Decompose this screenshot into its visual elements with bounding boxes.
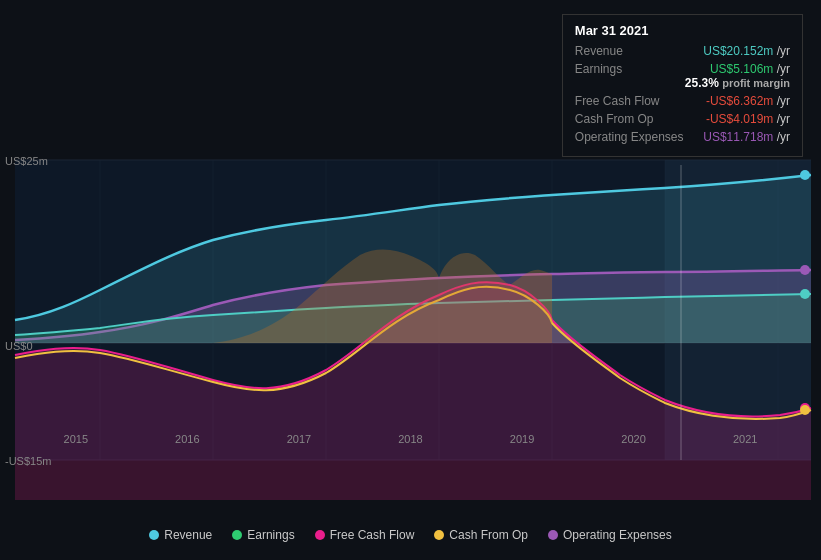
svg-point-15 [800, 289, 810, 299]
tooltip-row-earnings: Earnings US$5.106m /yr 25.3% profit marg… [575, 62, 790, 90]
x-label-2017: 2017 [287, 433, 311, 445]
tooltip-label-revenue: Revenue [575, 44, 675, 58]
tooltip-row-fcf: Free Cash Flow -US$6.362m /yr [575, 94, 790, 108]
legend-label-cashfromop: Cash From Op [449, 528, 528, 542]
tooltip-label-fcf: Free Cash Flow [575, 94, 675, 108]
legend-dot-opex [548, 530, 558, 540]
tooltip-margin: 25.3% profit margin [685, 76, 790, 90]
legend-label-fcf: Free Cash Flow [330, 528, 415, 542]
svg-point-17 [800, 405, 810, 415]
x-label-2019: 2019 [510, 433, 534, 445]
x-label-2015: 2015 [64, 433, 88, 445]
legend-item-earnings[interactable]: Earnings [232, 528, 294, 542]
chart-container: US$25m US$0 -US$15m Mar 31 2021 Revenue … [0, 0, 821, 510]
legend-dot-cashfromop [434, 530, 444, 540]
tooltip-value-cashfromop: -US$4.019m /yr [706, 112, 790, 126]
x-label-2021: 2021 [733, 433, 757, 445]
tooltip-box: Mar 31 2021 Revenue US$20.152m /yr Earni… [562, 14, 803, 157]
y-label-bottom: -US$15m [5, 455, 51, 467]
tooltip-label-opex: Operating Expenses [575, 130, 684, 144]
x-label-2018: 2018 [398, 433, 422, 445]
tooltip-label-cashfromop: Cash From Op [575, 112, 675, 126]
y-label-mid: US$0 [5, 340, 33, 352]
tooltip-row-opex: Operating Expenses US$11.718m /yr [575, 130, 790, 144]
tooltip-row-revenue: Revenue US$20.152m /yr [575, 44, 790, 58]
legend-dot-revenue [149, 530, 159, 540]
svg-point-13 [800, 170, 810, 180]
tooltip-value-opex: US$11.718m /yr [703, 130, 790, 144]
y-label-top: US$25m [5, 155, 48, 167]
legend-dot-earnings [232, 530, 242, 540]
hover-line [680, 165, 682, 460]
tooltip-row-cashfromop: Cash From Op -US$4.019m /yr [575, 112, 790, 126]
legend-label-earnings: Earnings [247, 528, 294, 542]
legend-item-revenue[interactable]: Revenue [149, 528, 212, 542]
legend-label-revenue: Revenue [164, 528, 212, 542]
tooltip-value-earnings: US$5.106m /yr [685, 62, 790, 76]
tooltip-date: Mar 31 2021 [575, 23, 790, 38]
tooltip-label-earnings: Earnings [575, 62, 675, 76]
legend-item-opex[interactable]: Operating Expenses [548, 528, 672, 542]
x-labels: 2015 2016 2017 2018 2019 2020 2021 [0, 433, 821, 445]
legend: Revenue Earnings Free Cash Flow Cash Fro… [0, 528, 821, 542]
x-label-2020: 2020 [621, 433, 645, 445]
svg-point-14 [800, 265, 810, 275]
legend-label-opex: Operating Expenses [563, 528, 672, 542]
tooltip-value-fcf: -US$6.362m /yr [706, 94, 790, 108]
legend-dot-fcf [315, 530, 325, 540]
legend-item-cashfromop[interactable]: Cash From Op [434, 528, 528, 542]
legend-item-fcf[interactable]: Free Cash Flow [315, 528, 415, 542]
tooltip-value-revenue: US$20.152m /yr [703, 44, 790, 58]
x-label-2016: 2016 [175, 433, 199, 445]
